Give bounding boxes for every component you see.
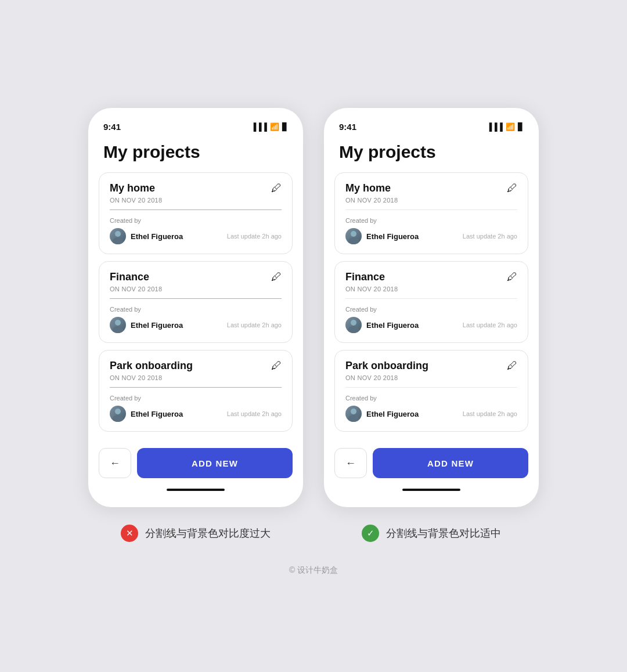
card-date-right-2: ON NOV 20 2018 — [345, 374, 517, 381]
wifi-icon-left: 📶 — [270, 122, 279, 131]
card-header-right-0: My home 🖊 — [345, 182, 517, 194]
card-header-right-1: Finance 🖊 — [345, 271, 517, 283]
phones-row: 9:41 ▐▐▐ 📶 ▊ My projects My home 🖊 ON NO… — [88, 108, 539, 507]
last-update-right-0: Last update 2h ago — [463, 233, 517, 240]
card-footer-right-2: Ethel Figueroa Last update 2h ago — [345, 406, 517, 422]
avatar-right-2 — [345, 406, 362, 422]
edit-icon-left-0: 🖊 — [271, 182, 282, 194]
phone-left: 9:41 ▐▐▐ 📶 ▊ My projects My home 🖊 ON NO… — [88, 108, 303, 507]
signal-icon-left: ▐▐▐ — [251, 122, 267, 131]
home-indicator-right — [402, 489, 460, 491]
add-new-button-left[interactable]: ADD NEW — [137, 448, 293, 478]
signal-icon-right: ▐▐▐ — [487, 122, 503, 131]
avatar-right-0 — [345, 228, 362, 244]
edit-icon-right-0: 🖊 — [507, 182, 517, 194]
user-info-left-0: Ethel Figueroa — [110, 228, 183, 244]
last-update-left-1: Last update 2h ago — [227, 321, 282, 328]
user-name-left-1: Ethel Figueroa — [131, 321, 183, 330]
project-card-right-0[interactable]: My home 🖊 ON NOV 20 2018 Created by Ethe… — [334, 172, 528, 254]
user-info-left-2: Ethel Figueroa — [110, 406, 183, 422]
edit-icon-right-1: 🖊 — [507, 271, 517, 283]
created-by-label-left-2: Created by — [110, 395, 282, 402]
project-card-right-1[interactable]: Finance 🖊 ON NOV 20 2018 Created by Ethe… — [334, 261, 528, 343]
edit-icon-left-1: 🖊 — [271, 271, 282, 283]
project-card-right-2[interactable]: Park onboarding 🖊 ON NOV 20 2018 Created… — [334, 350, 528, 432]
page-title-right: My projects — [339, 142, 524, 162]
label-item-bad: ✕ 分割线与背景色对比度过大 — [88, 525, 303, 542]
bottom-bar-left: ← ADD NEW — [99, 448, 293, 478]
user-name-right-2: Ethel Figueroa — [366, 410, 419, 418]
bottom-bar-right: ← ADD NEW — [334, 448, 528, 478]
card-header-right-2: Park onboarding 🖊 — [345, 360, 517, 372]
user-name-right-0: Ethel Figueroa — [366, 232, 419, 241]
divider-right-1 — [345, 298, 517, 299]
avatar-left-1 — [110, 317, 126, 333]
last-update-left-0: Last update 2h ago — [227, 233, 282, 240]
card-date-left-0: ON NOV 20 2018 — [110, 197, 282, 204]
avatar-right-1 — [345, 317, 362, 333]
card-title-right-1: Finance — [345, 271, 385, 283]
project-card-left-1[interactable]: Finance 🖊 ON NOV 20 2018 Created by Ethe… — [99, 261, 293, 343]
label-text-good: 分割线与背景色对比适中 — [386, 526, 501, 540]
created-by-label-left-1: Created by — [110, 306, 282, 313]
avatar-left-0 — [110, 228, 126, 244]
card-footer-left-1: Ethel Figueroa Last update 2h ago — [110, 317, 282, 333]
project-card-left-2[interactable]: Park onboarding 🖊 ON NOV 20 2018 Created… — [99, 350, 293, 432]
back-button-right[interactable]: ← — [334, 448, 367, 478]
user-name-left-0: Ethel Figueroa — [131, 232, 183, 241]
created-by-label-right-1: Created by — [345, 306, 517, 313]
battery-icon-right: ▊ — [518, 122, 524, 131]
user-info-right-0: Ethel Figueroa — [345, 228, 419, 244]
card-title-left-0: My home — [110, 182, 155, 194]
label-item-good: ✓ 分割线与背景色对比适中 — [324, 525, 539, 542]
user-info-right-1: Ethel Figueroa — [345, 317, 419, 333]
card-header-left-2: Park onboarding 🖊 — [110, 360, 282, 372]
created-by-label-left-0: Created by — [110, 217, 282, 224]
card-title-left-2: Park onboarding — [110, 360, 193, 372]
divider-right-0 — [345, 209, 517, 210]
card-date-left-1: ON NOV 20 2018 — [110, 286, 282, 292]
status-icons-left: ▐▐▐ 📶 ▊ — [251, 122, 288, 131]
status-icons-right: ▐▐▐ 📶 ▊ — [487, 122, 524, 131]
badge-bad: ✕ — [121, 525, 138, 542]
avatar-left-2 — [110, 406, 126, 422]
card-date-left-2: ON NOV 20 2018 — [110, 374, 282, 381]
card-title-right-0: My home — [345, 182, 391, 194]
user-name-left-2: Ethel Figueroa — [131, 410, 183, 418]
wifi-icon-right: 📶 — [506, 122, 515, 131]
battery-icon-left: ▊ — [282, 122, 288, 131]
created-by-label-right-0: Created by — [345, 217, 517, 224]
edit-icon-right-2: 🖊 — [507, 360, 517, 372]
badge-good: ✓ — [362, 525, 379, 542]
card-date-right-0: ON NOV 20 2018 — [345, 197, 517, 204]
user-name-right-1: Ethel Figueroa — [366, 321, 419, 330]
add-new-button-right[interactable]: ADD NEW — [373, 448, 528, 478]
card-footer-left-2: Ethel Figueroa Last update 2h ago — [110, 406, 282, 422]
card-title-right-2: Park onboarding — [345, 360, 428, 372]
labels-row: ✕ 分割线与背景色对比度过大 ✓ 分割线与背景色对比适中 — [0, 525, 627, 542]
status-bar-left: 9:41 ▐▐▐ 📶 ▊ — [99, 120, 293, 136]
last-update-right-2: Last update 2h ago — [463, 410, 517, 417]
home-indicator-left — [167, 489, 225, 491]
copyright: © 设计牛奶盒 — [289, 565, 338, 576]
edit-icon-left-2: 🖊 — [271, 360, 282, 372]
label-text-bad: 分割线与背景色对比度过大 — [145, 526, 271, 540]
card-title-left-1: Finance — [110, 271, 149, 283]
last-update-left-2: Last update 2h ago — [227, 410, 282, 417]
last-update-right-1: Last update 2h ago — [463, 321, 517, 328]
divider-right-2 — [345, 387, 517, 388]
user-info-right-2: Ethel Figueroa — [345, 406, 419, 422]
check-icon: ✓ — [367, 528, 374, 539]
divider-left-1 — [110, 298, 282, 299]
phone-right: 9:41 ▐▐▐ 📶 ▊ My projects My home 🖊 ON NO… — [324, 108, 539, 507]
project-card-left-0[interactable]: My home 🖊 ON NOV 20 2018 Created by Ethe… — [99, 172, 293, 254]
status-time-left: 9:41 — [103, 122, 121, 132]
divider-left-2 — [110, 387, 282, 388]
back-button-left[interactable]: ← — [99, 448, 131, 478]
created-by-label-right-2: Created by — [345, 395, 517, 402]
card-footer-left-0: Ethel Figueroa Last update 2h ago — [110, 228, 282, 244]
divider-left-0 — [110, 209, 282, 210]
status-bar-right: 9:41 ▐▐▐ 📶 ▊ — [334, 120, 528, 136]
card-date-right-1: ON NOV 20 2018 — [345, 286, 517, 292]
card-header-left-1: Finance 🖊 — [110, 271, 282, 283]
